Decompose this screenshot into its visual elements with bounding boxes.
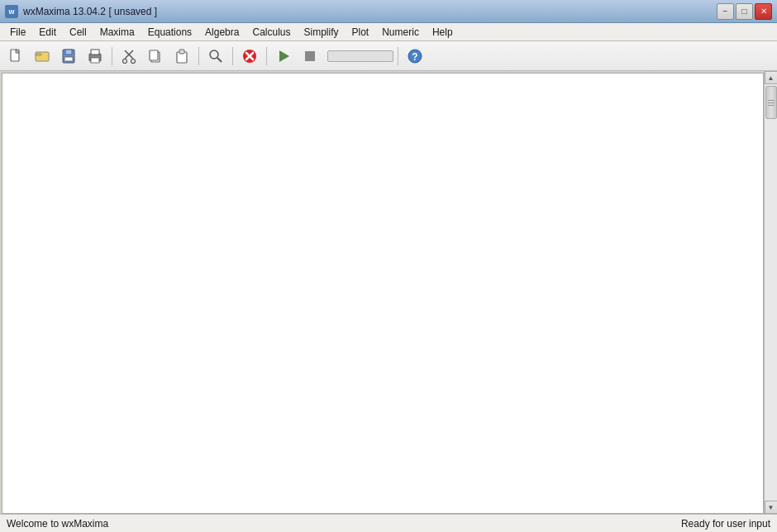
worksheet[interactable] bbox=[2, 73, 764, 514]
menu-item-calculus[interactable]: Calculus bbox=[245, 25, 297, 40]
svg-text:?: ? bbox=[412, 51, 417, 63]
svg-point-18 bbox=[210, 50, 218, 59]
svg-rect-5 bbox=[65, 50, 72, 55]
menu-item-numeric[interactable]: Numeric bbox=[375, 25, 426, 40]
copy-icon bbox=[147, 48, 164, 64]
cut-button[interactable] bbox=[117, 45, 141, 68]
menu-item-algebra[interactable]: Algebra bbox=[198, 25, 245, 40]
maximize-button[interactable]: □ bbox=[736, 3, 753, 20]
scroll-thumb[interactable] bbox=[765, 86, 777, 119]
svg-marker-23 bbox=[279, 50, 289, 62]
menu-item-plot[interactable]: Plot bbox=[346, 25, 376, 40]
run-icon bbox=[275, 48, 292, 64]
help-icon: ? bbox=[407, 48, 423, 64]
menu-item-equations[interactable]: Equations bbox=[141, 25, 198, 40]
svg-rect-15 bbox=[150, 50, 158, 60]
status-left: Welcome to wxMaxima bbox=[7, 518, 681, 530]
toolbar-separator bbox=[398, 47, 398, 65]
scrollbar: ▲ ▼ bbox=[764, 71, 777, 514]
new-file-icon bbox=[7, 48, 24, 64]
menu-item-edit[interactable]: Edit bbox=[32, 25, 63, 40]
cut-icon bbox=[121, 48, 137, 64]
menu-item-file[interactable]: File bbox=[3, 25, 32, 40]
svg-rect-17 bbox=[179, 50, 184, 54]
scroll-track[interactable] bbox=[765, 84, 778, 501]
menu-item-cell[interactable]: Cell bbox=[63, 25, 93, 40]
svg-rect-8 bbox=[91, 50, 99, 55]
scroll-thumb-lines bbox=[768, 100, 775, 106]
stop2-button[interactable] bbox=[298, 45, 322, 68]
toolbar-separator bbox=[112, 47, 112, 65]
svg-rect-24 bbox=[305, 51, 315, 61]
svg-rect-3 bbox=[36, 54, 41, 55]
app-icon: w bbox=[5, 5, 18, 18]
print-button[interactable] bbox=[83, 45, 107, 68]
close-button[interactable]: ✕ bbox=[755, 3, 772, 20]
main-area: ▲ ▼ bbox=[0, 71, 777, 514]
toolbar-separator bbox=[232, 47, 233, 65]
window-controls: − □ ✕ bbox=[717, 3, 772, 20]
stop2-icon bbox=[302, 48, 318, 64]
title-bar: w wxMaxima 13.04.2 [ unsaved ] − □ ✕ bbox=[0, 0, 777, 23]
menu-item-simplify[interactable]: Simplify bbox=[298, 25, 346, 40]
stop-button[interactable] bbox=[237, 45, 262, 68]
svg-point-12 bbox=[123, 59, 127, 63]
progress-bar bbox=[327, 50, 393, 62]
svg-line-19 bbox=[217, 58, 222, 62]
paste-button[interactable] bbox=[169, 45, 194, 68]
svg-point-13 bbox=[131, 59, 136, 63]
status-bar: Welcome to wxMaxima Ready for user input bbox=[0, 514, 777, 532]
run-button[interactable] bbox=[271, 45, 296, 68]
scroll-up-button[interactable]: ▲ bbox=[765, 71, 778, 84]
copy-button[interactable] bbox=[143, 45, 168, 68]
menu-item-help[interactable]: Help bbox=[426, 25, 460, 40]
toolbar: ? bbox=[0, 41, 777, 71]
minimize-button[interactable]: − bbox=[717, 3, 734, 20]
print-icon bbox=[87, 48, 103, 64]
scroll-down-button[interactable]: ▼ bbox=[765, 501, 778, 514]
find-button[interactable] bbox=[203, 45, 228, 68]
help-button[interactable]: ? bbox=[403, 45, 427, 68]
open-button[interactable] bbox=[30, 45, 55, 68]
svg-rect-6 bbox=[64, 57, 73, 61]
menu-bar: FileEditCellMaximaEquationsAlgebraCalcul… bbox=[0, 23, 777, 41]
status-right: Ready for user input bbox=[681, 518, 770, 530]
window-title: wxMaxima 13.04.2 [ unsaved ] bbox=[23, 6, 717, 17]
new-button[interactable] bbox=[3, 45, 28, 68]
stop-icon bbox=[241, 48, 258, 64]
paste-icon bbox=[174, 48, 190, 64]
save-as-button[interactable] bbox=[56, 45, 81, 68]
menu-item-maxima[interactable]: Maxima bbox=[93, 25, 141, 40]
open-icon bbox=[34, 48, 50, 64]
toolbar-separator bbox=[266, 47, 267, 65]
svg-rect-9 bbox=[91, 58, 99, 63]
toolbar-separator bbox=[198, 47, 199, 65]
save-as-icon bbox=[60, 48, 77, 64]
find-icon bbox=[207, 48, 224, 64]
